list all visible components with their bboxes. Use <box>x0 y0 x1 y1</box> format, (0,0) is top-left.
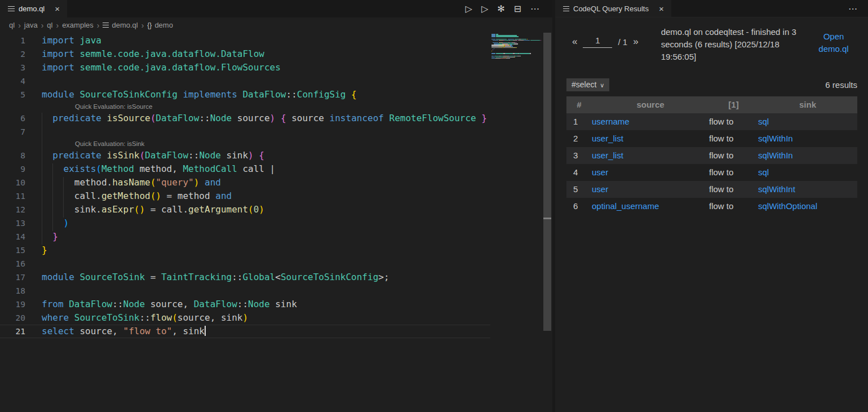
code-line[interactable]: 13 ) <box>0 216 490 230</box>
minimap-token <box>516 47 517 48</box>
breadcrumb-item-demo-ql[interactable]: demo.ql <box>103 21 138 29</box>
chatgpt-icon[interactable]: ✻ <box>497 5 504 14</box>
tab-demo-ql[interactable]: demo.ql × <box>0 0 67 17</box>
code-line[interactable]: 7 <box>0 125 490 139</box>
code-line[interactable]: 2import semmle.code.java.dataflow.DataFl… <box>0 47 490 61</box>
minimap-token <box>508 47 515 48</box>
line-number: 17 <box>0 271 25 284</box>
token: DataFlow <box>145 150 188 161</box>
close-panel-icon[interactable]: × <box>657 4 666 14</box>
code-line[interactable]: 11 call.getMethod() = method and <box>0 189 490 203</box>
code-line[interactable]: 21select source, "flow to", sink <box>0 325 490 338</box>
code-line[interactable]: 5module SourceToSinkConfig implements Da… <box>0 88 490 101</box>
breadcrumb-item-java[interactable]: java <box>24 21 38 29</box>
code-line[interactable]: 1import java <box>0 34 490 47</box>
breadcrumb-item-ql[interactable]: ql <box>9 21 15 29</box>
breadcrumb-item-examples[interactable]: examples <box>62 21 94 29</box>
source-link[interactable]: user_list <box>592 134 623 143</box>
token: RemoteFlowSource <box>389 113 476 123</box>
token <box>101 150 107 161</box>
code-line[interactable]: 4 <box>0 74 490 88</box>
code-line[interactable]: 19from DataFlow::Node source, DataFlow::… <box>0 298 490 311</box>
code-line[interactable]: 16 <box>0 257 490 271</box>
editor-scrollbar[interactable] <box>543 33 552 412</box>
more-actions-icon[interactable]: ⋯ <box>530 5 540 14</box>
token: ) <box>242 312 248 323</box>
result-row[interactable]: 1usernameflow tosql <box>566 113 857 130</box>
breadcrumb-label: examples <box>62 21 94 29</box>
line-number: 10 <box>0 176 25 189</box>
token: ( <box>172 312 178 323</box>
token: getArgument <box>188 204 248 215</box>
line-number: 2 <box>0 47 25 61</box>
sink-cell: sqlWithInt <box>758 181 857 198</box>
code-line[interactable]: 20where SourceToSink::flow(source, sink) <box>0 311 490 325</box>
code-line[interactable]: 3import semmle.code.java.dataflow.FlowSo… <box>0 61 490 74</box>
select-dropdown[interactable]: #select∨ <box>566 78 609 91</box>
open-demo-ql-link[interactable]: Open demo.ql <box>810 30 857 63</box>
result-row[interactable]: 2user_listflow tosqlWithIn <box>566 130 857 147</box>
token: isSource <box>107 113 150 123</box>
code-line[interactable]: 9 exists(Method method, MethodCall call … <box>0 162 490 176</box>
codelens-row: Quick Evaluation: isSink <box>0 139 490 149</box>
code-line[interactable]: 6 predicate isSource(DataFlow::Node sour… <box>0 112 490 125</box>
code-text: call.getMethod() = method and <box>42 189 232 203</box>
minimap-token <box>504 40 510 41</box>
code-editor[interactable]: 1import java2import semmle.code.java.dat… <box>0 33 552 412</box>
sink-link[interactable]: sqlWithOptional <box>758 201 817 211</box>
panel-tab-label: CodeQL Query Results <box>573 5 649 13</box>
sink-link[interactable]: sqlWithInt <box>758 184 795 194</box>
results-content: « 1 / 1 » demo.ql on codeqltest - finish… <box>555 17 868 412</box>
minimap-token <box>503 47 508 48</box>
token: ( <box>150 113 156 123</box>
panel-more-actions-icon[interactable]: ⋯ <box>848 3 868 14</box>
next-page-icon[interactable]: » <box>633 36 638 47</box>
token: ConfigSig <box>297 89 346 100</box>
result-row[interactable]: 3user_listflow tosqlWithIn <box>566 147 857 164</box>
codelens-link[interactable]: Quick Evaluation: isSink <box>75 139 144 149</box>
result-row[interactable]: 6optinal_usernameflow tosqlWithOptional <box>566 198 857 215</box>
minimap[interactable] <box>491 34 541 59</box>
code-line[interactable]: 14 } <box>0 230 490 243</box>
run-icon[interactable]: ▷ <box>481 5 488 14</box>
token: Node <box>123 299 145 309</box>
code-line[interactable]: 12 sink.asExpr() = call.getArgument(0) <box>0 203 490 216</box>
token: :: <box>286 89 297 100</box>
code-line[interactable]: 15} <box>0 243 490 257</box>
tab-codeql-query-results[interactable]: CodeQL Query Results × <box>555 0 671 17</box>
result-row[interactable]: 4userflow tosql <box>566 164 857 181</box>
source-link[interactable]: user_list <box>592 150 623 160</box>
source-link[interactable]: user <box>592 184 608 194</box>
source-link[interactable]: username <box>592 117 630 126</box>
breadcrumb-item-ql[interactable]: ql <box>47 21 52 29</box>
result-row[interactable]: 5userflow tosqlWithInt <box>566 181 857 198</box>
sink-link[interactable]: sql <box>758 167 769 177</box>
code-line[interactable]: 10 method.hasName("query") and <box>0 176 490 189</box>
token: :: <box>139 312 150 323</box>
token <box>74 48 80 59</box>
token: SourceToSink <box>74 312 140 323</box>
token <box>237 89 243 100</box>
source-link[interactable]: optinal_username <box>592 201 659 211</box>
breadcrumb-item-demo[interactable]: {}demo <box>147 21 173 29</box>
page-input[interactable]: 1 <box>583 36 612 48</box>
sink-link[interactable]: sqlWithIn <box>758 150 793 160</box>
codelens-link[interactable]: Quick Evaluation: isSource <box>75 101 152 112</box>
scrollbar-thumb[interactable] <box>543 33 551 331</box>
line-number: 21 <box>0 325 25 338</box>
prev-page-icon[interactable]: « <box>572 36 577 47</box>
minimap-token <box>496 53 503 54</box>
code-line[interactable]: 17module SourceToSink = TaintTracking::G… <box>0 271 490 284</box>
select-row: #select∨ 6 results <box>566 78 857 91</box>
code-line[interactable]: 8 predicate isSink(DataFlow::Node sink) … <box>0 149 490 162</box>
table-header-row: #source[1]sink <box>566 96 857 113</box>
source-link[interactable]: user <box>592 167 608 177</box>
column-header-: # <box>566 96 592 113</box>
token: MethodCall <box>183 163 237 174</box>
code-line[interactable]: 18 <box>0 284 490 298</box>
run-query-icon[interactable]: ▷ <box>466 5 472 14</box>
split-editor-icon[interactable]: ⊟ <box>514 5 521 14</box>
sink-link[interactable]: sql <box>758 117 769 126</box>
close-tab-icon[interactable]: × <box>53 4 61 14</box>
sink-link[interactable]: sqlWithIn <box>758 134 793 143</box>
